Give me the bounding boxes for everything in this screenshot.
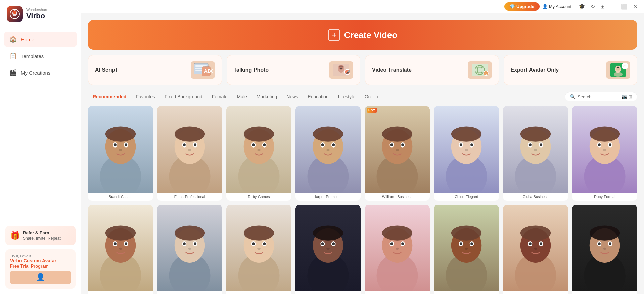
logo-area: Wondershare Virbo [0, 0, 81, 28]
search-action-icons: 📷 ⊞ [621, 94, 632, 99]
svg-point-45 [175, 126, 205, 141]
titlebar-divider [574, 3, 574, 10]
filter-tab-education[interactable]: Education [303, 92, 333, 101]
avatar-card-noppon[interactable]: Noppon - Fitness [572, 205, 637, 294]
avatar-name-ruby-f: Ruby-Formal [572, 193, 637, 201]
svg-point-153 [451, 225, 482, 240]
svg-point-59 [257, 149, 261, 151]
feature-ai-script-label: AI Script [95, 67, 117, 73]
filter-tab-lifestyle[interactable]: Lifestyle [333, 92, 360, 101]
filter-tab-female[interactable]: Female [207, 92, 232, 101]
svg-point-175 [609, 242, 611, 245]
svg-point-103 [609, 143, 611, 146]
feature-video-translate[interactable]: Video Translate A→ [365, 55, 499, 85]
grid-button[interactable]: ⊞ [599, 2, 606, 11]
sidebar-item-home[interactable]: 🏠 Home [4, 32, 77, 47]
avatar-img-harper2 [365, 205, 430, 292]
filter-tab-marketing[interactable]: Marketing [252, 92, 282, 101]
feature-talking-photo-img: 🎤 [329, 61, 353, 79]
svg-point-113 [119, 247, 122, 249]
svg-point-104 [603, 149, 606, 151]
feature-export-avatar[interactable]: Export Avatar Only ↗ [504, 55, 638, 85]
promo-avatar-preview: 👤 [10, 271, 71, 284]
avatar-card-contee[interactable]: Contee-Leisure [434, 205, 499, 294]
svg-point-130 [263, 242, 266, 245]
feature-ai-script[interactable]: AI Script ABC [88, 55, 222, 85]
avatar-card-chloe[interactable]: Chloe-Elegant [434, 106, 499, 201]
avatar-card-harper[interactable]: Harper-Promotion [295, 106, 361, 201]
minimize-button[interactable]: — [609, 2, 617, 11]
svg-point-76 [401, 143, 404, 146]
avatar-name-gabriel: Gabriel-Business [157, 291, 222, 294]
avatar-card-elena[interactable]: Elena-Professional [157, 106, 222, 201]
sidebar-item-my-creations[interactable]: 🎬 My Creations [4, 65, 77, 80]
feature-talking-photo[interactable]: Talking Photo 🎤 [227, 55, 361, 85]
refresh-button[interactable]: ↻ [589, 2, 596, 11]
avatar-card-giulia[interactable]: Giulia-Business [503, 106, 568, 201]
avatar-card-mina[interactable]: Mina - Hanfu [226, 205, 291, 294]
feature-export-avatar-label: Export Avatar Only [511, 67, 559, 73]
svg-point-86 [465, 149, 468, 151]
svg-point-102 [598, 143, 601, 146]
sidebar-item-my-creations-label: My Creations [21, 70, 50, 76]
promo-refer-title: Refer & Earn! [23, 230, 62, 235]
filter-tabs: Recommended Favorites Fixed Background F… [88, 92, 565, 101]
grid-view-button[interactable]: ⊞ [628, 94, 632, 99]
filter-tab-male[interactable]: Male [232, 92, 251, 101]
avatar-name-harper: Harper-Promotion [295, 193, 361, 201]
svg-point-144 [382, 225, 413, 240]
filter-tab-recommended[interactable]: Recommended [88, 92, 131, 101]
svg-point-39 [114, 143, 117, 146]
svg-point-72 [382, 126, 413, 141]
svg-rect-4 [195, 65, 207, 66]
my-account-button[interactable]: 👤 My Account [542, 4, 571, 9]
avatar-card-gabriel[interactable]: Gabriel-Business [157, 205, 222, 294]
sidebar: Wondershare Virbo 🏠 Home 📋 Templates 🎬 M… [0, 0, 81, 294]
avatar-img-ruby-f [572, 106, 637, 193]
graduation-button[interactable]: 🎓 [577, 2, 587, 11]
maximize-button[interactable]: ⬜ [619, 2, 629, 11]
close-button[interactable]: ✕ [632, 2, 639, 11]
avatar-name-mina: Mina - Hanfu [226, 291, 291, 294]
promo-custom-tag: Try it, Love it. [10, 254, 71, 258]
avatar-img-gabriel [157, 205, 222, 292]
filter-tab-favorites[interactable]: Favorites [131, 92, 160, 101]
svg-point-126 [244, 225, 274, 240]
avatar-img-giulia [503, 106, 568, 193]
sidebar-item-templates[interactable]: 📋 Templates [4, 48, 77, 64]
filter-tab-fixed-background[interactable]: Fixed Background [160, 92, 207, 101]
avatar-card-arjun[interactable]: Arjun - Araber [88, 205, 153, 294]
camera-search-button[interactable]: 📷 [621, 94, 627, 99]
svg-point-14 [342, 66, 343, 67]
feature-export-avatar-img: ↗ [606, 61, 630, 79]
svg-point-94 [540, 143, 542, 146]
create-video-inner: ＋ Create Video [328, 29, 397, 41]
svg-point-108 [105, 225, 136, 240]
svg-point-2 [13, 11, 16, 14]
feature-cards: AI Script ABC Talking Photo 🎤 Video Tran… [88, 55, 637, 85]
filter-tab-news[interactable]: News [282, 92, 303, 101]
svg-point-162 [520, 225, 551, 240]
filter-tab-other[interactable]: Oc [360, 92, 375, 101]
svg-point-57 [252, 143, 255, 146]
promo-custom-avatar[interactable]: Try it, Love it. Virbo Custom Avatar Fre… [5, 249, 76, 289]
avatar-card-harper2[interactable]: Harper - News Anchor [365, 205, 430, 294]
avatar-card-john[interactable]: John-Marketer [295, 205, 361, 294]
svg-point-117 [175, 225, 205, 240]
avatar-card-amara[interactable]: Amara - Traditional [503, 205, 568, 294]
filter-chevron-right[interactable]: › [375, 92, 380, 101]
promo-refer-earn[interactable]: 🎁 Refer & Earn! Share, Invite, Repeat! [5, 226, 76, 245]
avatar-name-arjun: Arjun - Araber [88, 291, 153, 294]
svg-text:A→: A→ [485, 72, 490, 75]
create-video-banner[interactable]: ＋ Create Video [88, 20, 637, 50]
avatar-card-william[interactable]: HOT William - Business [365, 106, 430, 201]
svg-point-75 [390, 143, 393, 146]
avatar-card-ruby-g[interactable]: Ruby-Games [226, 106, 291, 201]
avatar-card-ruby-f[interactable]: Ruby-Formal [572, 106, 637, 201]
search-input[interactable] [578, 94, 618, 99]
svg-point-99 [590, 126, 620, 141]
upgrade-button[interactable]: 💎 Upgrade [504, 2, 540, 11]
avatar-card-brandt[interactable]: Brandt-Casual [88, 106, 153, 201]
svg-point-68 [326, 149, 330, 151]
svg-point-149 [396, 247, 399, 249]
